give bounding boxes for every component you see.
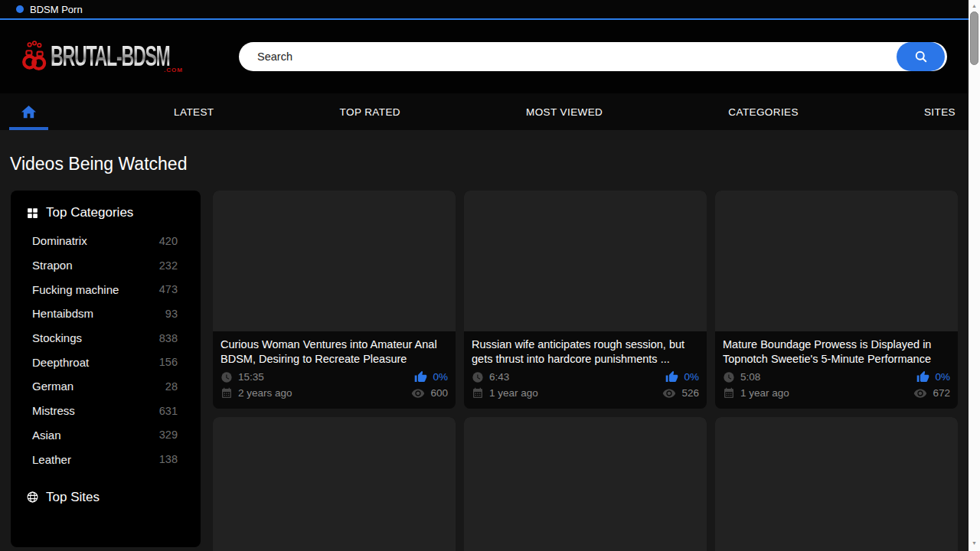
category-name: Deepthroat — [32, 356, 89, 369]
category-list-item[interactable]: Strapon 232 — [11, 253, 201, 278]
category-name: Leather — [32, 453, 71, 466]
clock-icon — [472, 371, 484, 383]
video-title[interactable]: Mature Boundage Prowess is Displayed in … — [723, 337, 950, 366]
top-categories-header: Top Categories — [11, 204, 201, 222]
eye-icon — [662, 386, 676, 400]
calendar-icon — [723, 387, 735, 399]
video-title[interactable]: Curious Woman Ventures into Amateur Anal… — [220, 337, 448, 366]
calendar-icon — [220, 387, 233, 399]
main-nav: LATEST TOP RATED MOST VIEWED CATEGORIES … — [0, 93, 969, 130]
video-duration: 6:43 — [489, 371, 509, 383]
nav-item-categories[interactable]: CATEGORIES — [728, 106, 799, 118]
category-list-item[interactable]: Mistress 631 — [11, 399, 201, 423]
video-thumbnail[interactable] — [213, 191, 456, 331]
category-list-item[interactable]: German 28 — [11, 374, 201, 399]
category-count: 473 — [159, 283, 178, 295]
search-input[interactable] — [239, 42, 947, 71]
video-card-placeholder[interactable] — [464, 417, 707, 551]
category-list-item[interactable]: Deepthroat 156 — [11, 350, 201, 374]
category-list: Dominatrix 420 Strapon 232 Fucking machi… — [11, 229, 201, 471]
nav-item-top-rated[interactable]: TOP RATED — [340, 106, 400, 118]
grid-icon — [26, 207, 39, 220]
top-categories-title: Top Categories — [46, 205, 133, 220]
video-card-info: Mature Boundage Prowess is Displayed in … — [715, 331, 958, 409]
logo-text: BRUTAL-BDSM — [51, 40, 170, 73]
duration-group: 6:43 — [472, 371, 509, 383]
video-meta-row-1: 5:08 0% — [723, 369, 950, 385]
video-views: 672 — [933, 387, 950, 399]
category-count: 232 — [159, 259, 178, 272]
nav-home-tab[interactable] — [9, 93, 48, 130]
age-group: 1 year ago — [472, 387, 538, 399]
video-age: 1 year ago — [489, 387, 538, 399]
video-meta-row-2: 1 year ago 672 — [723, 385, 950, 401]
scrollbar-down-arrow-icon[interactable]: ▼ — [969, 539, 980, 548]
eye-icon — [913, 386, 927, 400]
video-card-placeholder[interactable] — [715, 417, 958, 551]
clock-icon — [723, 371, 735, 383]
video-grid: Curious Woman Ventures into Amateur Anal… — [213, 191, 958, 551]
video-meta-row-1: 6:43 0% — [472, 369, 699, 385]
topbar-brand-label: BDSM Porn — [30, 4, 83, 15]
video-card[interactable]: Mature Boundage Prowess is Displayed in … — [715, 191, 958, 409]
topbar: BDSM Porn — [0, 0, 969, 20]
video-thumbnail[interactable] — [715, 191, 958, 331]
video-thumbnail[interactable] — [715, 417, 958, 551]
home-icon — [20, 103, 38, 121]
category-name: Mistress — [32, 404, 75, 417]
logo-tld-label: .COM — [164, 67, 183, 73]
video-thumbnail[interactable] — [464, 417, 707, 551]
video-rating: 0% — [684, 371, 699, 383]
nav-item-most-viewed[interactable]: MOST VIEWED — [526, 106, 603, 118]
favicon-dot-icon — [16, 5, 24, 13]
thumbs-up-icon — [414, 370, 427, 383]
category-name: Strapon — [32, 259, 73, 272]
video-rating: 0% — [433, 371, 448, 383]
active-tab-underline — [9, 127, 48, 130]
calendar-icon — [472, 387, 484, 399]
duration-group: 15:35 — [220, 371, 264, 383]
nav-item-latest[interactable]: LATEST — [174, 106, 214, 118]
category-list-item[interactable]: Hentaibdsm 93 — [11, 302, 201, 326]
search-button[interactable] — [897, 42, 945, 71]
video-meta-row-2: 2 years ago 600 — [220, 385, 448, 401]
globe-icon — [26, 491, 39, 504]
site-logo[interactable]: BRUTAL-BDSM .COM — [21, 39, 192, 74]
views-group: 672 — [913, 386, 950, 400]
video-age: 1 year ago — [740, 387, 789, 399]
category-list-item[interactable]: Stockings 838 — [11, 326, 201, 350]
video-title[interactable]: Russian wife anticipates rough session, … — [472, 337, 699, 366]
category-count: 93 — [165, 308, 178, 320]
video-card[interactable]: Russian wife anticipates rough session, … — [464, 191, 707, 409]
video-duration: 15:35 — [238, 371, 264, 383]
video-thumbnail[interactable] — [213, 417, 456, 551]
logo-text-wrap: BRUTAL-BDSM .COM — [51, 45, 192, 69]
video-card-placeholder[interactable] — [213, 417, 456, 551]
sidebar: Top Categories Dominatrix 420 Strapon 23… — [11, 191, 201, 547]
page-title: Videos Being Watched — [10, 154, 969, 174]
category-count: 329 — [159, 429, 178, 441]
scrollbar-thumb[interactable] — [970, 11, 978, 65]
category-name: Hentaibdsm — [32, 307, 93, 320]
duration-group: 5:08 — [723, 371, 760, 383]
scrollbar-up-arrow-icon[interactable]: ▲ — [969, 2, 980, 11]
rating-group: 0% — [414, 370, 448, 383]
search-bar — [239, 42, 947, 71]
category-name: Dominatrix — [32, 234, 87, 247]
category-list-item[interactable]: Dominatrix 420 — [11, 229, 201, 253]
category-list-item[interactable]: Fucking machine 473 — [11, 277, 201, 302]
category-list-item[interactable]: Asian 329 — [11, 423, 201, 448]
category-count: 631 — [159, 405, 178, 417]
clock-icon — [220, 371, 233, 383]
thumbs-up-icon — [916, 370, 929, 383]
category-count: 138 — [159, 453, 178, 465]
video-card-info: Curious Woman Ventures into Amateur Anal… — [213, 331, 456, 409]
video-views: 600 — [430, 387, 448, 399]
nav-item-sites[interactable]: SITES — [924, 106, 956, 118]
browser-scrollbar: ▲ ▼ — [969, 0, 980, 551]
video-card[interactable]: Curious Woman Ventures into Amateur Anal… — [213, 191, 456, 409]
category-list-item[interactable]: Leather 138 — [11, 447, 201, 471]
top-sites-title: Top Sites — [46, 490, 100, 505]
video-thumbnail[interactable] — [464, 191, 707, 331]
category-name: Stockings — [32, 331, 82, 344]
